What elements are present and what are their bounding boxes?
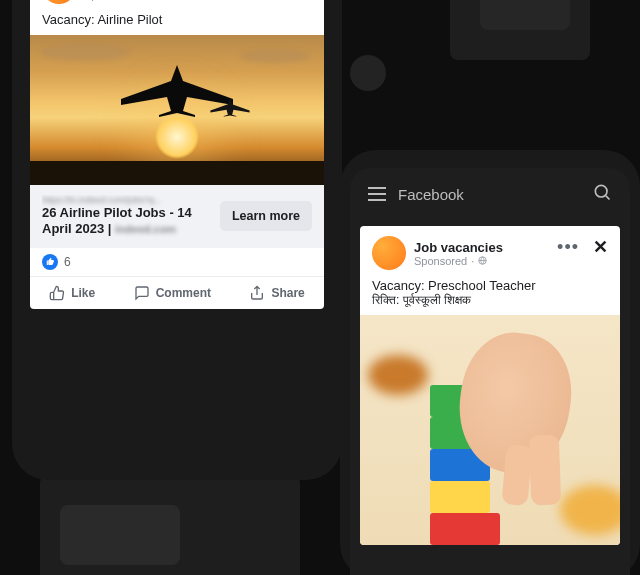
search-icon[interactable] [592, 182, 612, 206]
post-header: Job vacancies Sponsored · ••• [372, 236, 608, 270]
post-text: Vacancy: Airline Pilot [42, 12, 312, 27]
bg-shape [480, 0, 570, 30]
sponsored-label: Sponsored · [414, 255, 503, 267]
post-image[interactable] [30, 35, 324, 185]
building-block [430, 513, 500, 545]
post-text: Vacancy: Preschool Teacher रिक्ति: पूर्व… [372, 278, 608, 307]
link-url: https://in.indeed.com/jobs?q... [42, 195, 210, 205]
bg-shape [350, 55, 386, 91]
like-button[interactable]: Like [49, 285, 95, 301]
phone-mockup-1: Job vacancies Sponsored · ••• ✕ [12, 0, 342, 480]
post-header: Job vacancies Sponsored · ••• ✕ [42, 0, 312, 4]
close-icon[interactable]: ✕ [593, 236, 608, 258]
bg-shape [60, 505, 180, 565]
page-avatar[interactable] [372, 236, 406, 270]
reactions-row[interactable]: 6 [30, 248, 324, 272]
divider [30, 276, 324, 277]
page-avatar[interactable] [42, 0, 76, 4]
cta-button[interactable]: Learn more [220, 201, 312, 231]
page-name[interactable]: Job vacancies [414, 240, 503, 255]
phone-mockup-2: Facebook Job vacancies Sponsored · [340, 150, 640, 575]
post-actions: Like Comment Share [30, 281, 324, 309]
link-preview[interactable]: https://in.indeed.com/jobs?q... 26 Airli… [30, 185, 324, 248]
like-reaction-icon [42, 254, 58, 270]
svg-point-1 [595, 185, 607, 197]
link-title: 26 Airline Pilot Jobs - 14 April 2023 | … [42, 205, 210, 238]
globe-icon [148, 0, 157, 1]
hamburger-menu-icon[interactable] [368, 187, 386, 201]
airplane-icon [209, 96, 251, 118]
sponsored-label: Sponsored · [84, 0, 173, 1]
feed-post-card-1: Job vacancies Sponsored · ••• ✕ [30, 0, 324, 309]
app-title: Facebook [398, 186, 464, 203]
globe-icon [478, 255, 487, 267]
post-image[interactable] [360, 315, 620, 545]
share-button[interactable]: Share [249, 285, 304, 301]
building-block [430, 481, 490, 513]
feed-post-card-2: Job vacancies Sponsored · ••• [360, 226, 620, 545]
reaction-count: 6 [64, 255, 71, 269]
comment-button[interactable]: Comment [134, 285, 211, 301]
app-top-bar: Facebook [350, 168, 630, 216]
